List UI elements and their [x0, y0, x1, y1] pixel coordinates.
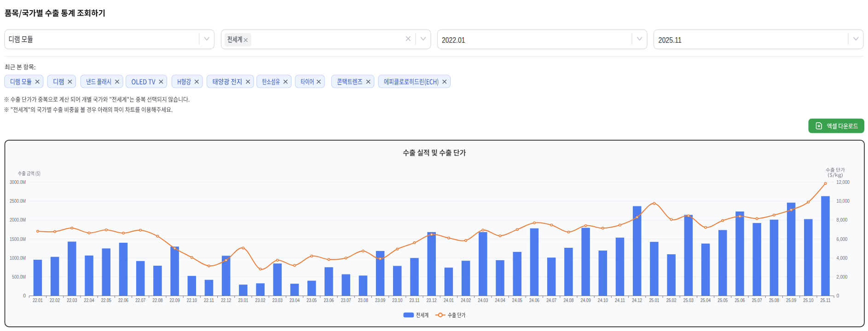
- svg-text:23.05: 23.05: [307, 297, 317, 303]
- svg-text:25.03: 25.03: [683, 297, 694, 303]
- svg-text:25.01: 25.01: [649, 297, 659, 303]
- svg-text:23.07: 23.07: [341, 297, 351, 303]
- svg-text:23.02: 23.02: [255, 297, 266, 303]
- svg-text:24.05: 24.05: [512, 297, 522, 303]
- svg-text:500.0M: 500.0M: [12, 274, 26, 280]
- svg-text:25.09: 25.09: [786, 297, 796, 303]
- svg-text:24.03: 24.03: [478, 297, 488, 303]
- svg-text:24.08: 24.08: [563, 297, 573, 303]
- svg-text:24.12: 24.12: [632, 297, 642, 303]
- svg-text:24.04: 24.04: [495, 297, 505, 303]
- svg-text:23.10: 23.10: [392, 297, 402, 303]
- svg-text:23.08: 23.08: [358, 297, 368, 303]
- svg-text:25.07: 25.07: [752, 297, 762, 303]
- svg-text:25.10: 25.10: [803, 297, 813, 303]
- svg-text:10,000: 10,000: [837, 199, 850, 204]
- svg-text:0: 0: [837, 293, 839, 298]
- svg-text:2000.0M: 2000.0M: [10, 217, 26, 223]
- svg-text:25.02: 25.02: [666, 297, 677, 303]
- svg-text:24.01: 24.01: [444, 297, 454, 303]
- svg-text:24.10: 24.10: [598, 297, 608, 303]
- svg-text:6,000: 6,000: [837, 237, 848, 242]
- svg-text:22.12: 22.12: [221, 297, 231, 303]
- svg-text:25.04: 25.04: [700, 297, 711, 303]
- svg-text:12,000: 12,000: [837, 180, 850, 185]
- svg-text:1000.0M: 1000.0M: [10, 256, 26, 261]
- svg-text:22.07: 22.07: [135, 297, 145, 303]
- svg-text:22.04: 22.04: [84, 297, 94, 303]
- svg-text:24.09: 24.09: [581, 297, 591, 303]
- svg-text:2,000: 2,000: [837, 274, 848, 280]
- svg-text:22.01: 22.01: [33, 297, 43, 303]
- svg-text:25.11: 25.11: [821, 297, 831, 303]
- svg-text:22.09: 22.09: [170, 297, 180, 303]
- svg-text:1500.0M: 1500.0M: [10, 237, 26, 242]
- svg-text:23.03: 23.03: [272, 297, 283, 303]
- svg-text:25.08: 25.08: [769, 297, 779, 303]
- svg-text:22.10: 22.10: [187, 297, 197, 303]
- svg-text:4,000: 4,000: [837, 256, 848, 261]
- svg-text:25.05: 25.05: [718, 297, 728, 303]
- svg-text:8,000: 8,000: [837, 217, 848, 223]
- svg-text:24.06: 24.06: [529, 297, 539, 303]
- svg-text:23.12: 23.12: [427, 297, 437, 303]
- svg-text:25.06: 25.06: [735, 297, 745, 303]
- svg-text:23.11: 23.11: [410, 297, 420, 303]
- svg-text:2025.11: 2025.11: [659, 36, 682, 44]
- svg-text:23.09: 23.09: [375, 297, 385, 303]
- svg-text:22.05: 22.05: [101, 297, 111, 303]
- svg-text:2500.0M: 2500.0M: [10, 199, 26, 204]
- svg-text:23.04: 23.04: [289, 297, 300, 303]
- svg-text:24.11: 24.11: [615, 297, 625, 303]
- svg-text:22.08: 22.08: [152, 297, 162, 303]
- svg-text:22.06: 22.06: [118, 297, 128, 303]
- svg-text:24.07: 24.07: [546, 297, 556, 303]
- svg-text:23.01: 23.01: [238, 297, 248, 303]
- svg-text:0: 0: [23, 293, 26, 298]
- svg-text:22.02: 22.02: [50, 297, 60, 303]
- svg-text:3000.0M: 3000.0M: [10, 180, 26, 185]
- svg-text:24.02: 24.02: [461, 297, 471, 303]
- svg-text:22.03: 22.03: [67, 297, 77, 303]
- svg-text:22.11: 22.11: [204, 297, 214, 303]
- svg-text:2022.01: 2022.01: [442, 36, 465, 44]
- svg-text:23.06: 23.06: [324, 297, 334, 303]
